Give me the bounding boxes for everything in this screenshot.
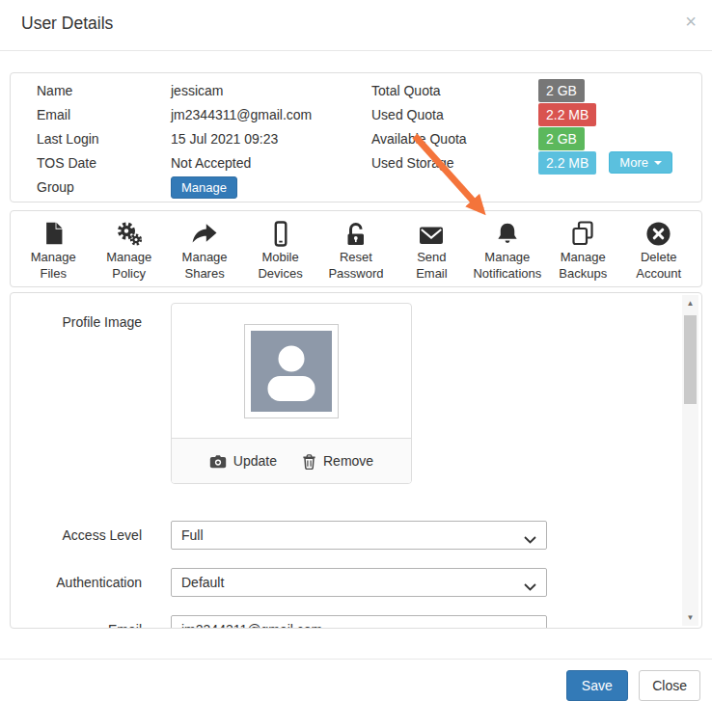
profile-image-label: Profile Image — [11, 303, 171, 484]
email-value: jm2344311@gmail.com — [171, 107, 312, 122]
close-icon[interactable]: × — [685, 12, 697, 31]
tos-date-value: Not Accepted — [171, 155, 251, 171]
user-details-form-panel: Profile Image — [10, 292, 702, 629]
avatar-actions: Update Remove — [172, 438, 411, 483]
authentication-row: Authentication Default — [11, 568, 701, 597]
info-row-used-quota: Used Quota 2.2 MB — [358, 102, 701, 126]
update-image-button[interactable]: Update — [209, 453, 277, 469]
file-icon — [41, 220, 65, 247]
email-label: Email — [11, 107, 171, 122]
user-info-panel: Name jessicam Email jm2344311@gmail.com … — [10, 72, 702, 202]
used-quota-badge: 2.2 MB — [538, 103, 596, 126]
info-row-group: Group Manage — [11, 175, 358, 200]
name-value: jessicam — [171, 83, 223, 98]
toolbar-item-delete-account[interactable]: DeleteAccount — [621, 220, 697, 286]
envelope-icon — [418, 220, 445, 247]
gears-icon — [116, 220, 143, 247]
unlock-icon — [342, 220, 370, 247]
info-row-total-quota: Total Quota 2 GB — [358, 78, 701, 102]
more-button[interactable]: More — [609, 151, 672, 174]
used-storage-badge: 2.2 MB — [538, 151, 596, 175]
available-quota-badge: 2 GB — [538, 127, 585, 150]
available-quota-label: Available Quota — [358, 131, 538, 147]
user-details-modal: User Details × Name jessicam Email jm234… — [0, 0, 712, 728]
modal-body: Name jessicam Email jm2344311@gmail.com … — [0, 51, 712, 629]
avatar-placeholder-image — [251, 331, 332, 412]
modal-footer: Save Close — [0, 660, 712, 712]
tos-date-label: TOS Date — [11, 155, 171, 171]
info-row-last-login: Last Login 15 Jul 2021 09:23 — [11, 126, 358, 150]
total-quota-badge: 2 GB — [538, 79, 585, 102]
toolbar-item-mobile-devices[interactable]: MobileDevices — [242, 220, 317, 286]
email-field-row: Email — [11, 615, 701, 629]
toolbar-item-manage-shares[interactable]: ManageShares — [167, 220, 242, 286]
info-row-tos-date: TOS Date Not Accepted — [11, 150, 358, 175]
used-quota-label: Used Quota — [358, 107, 538, 122]
page-title: User Details — [21, 13, 691, 34]
last-login-value: 15 Jul 2021 09:23 — [171, 131, 278, 147]
authentication-label: Authentication — [11, 568, 171, 597]
avatar-card: Update Remove — [171, 303, 412, 484]
scroll-up-arrow-icon[interactable]: ▲ — [682, 295, 698, 311]
caret-down-icon — [654, 161, 662, 165]
group-label: Group — [11, 179, 171, 195]
used-storage-label: Used Storage — [358, 155, 538, 171]
toolbar-item-manage-files[interactable]: ManageFiles — [15, 220, 91, 286]
camera-icon — [209, 454, 227, 469]
share-icon — [191, 220, 218, 247]
last-login-label: Last Login — [11, 131, 171, 147]
scrollbar-thumb[interactable] — [684, 315, 697, 404]
toolbar-item-reset-password[interactable]: ResetPassword — [318, 220, 394, 286]
copy-icon — [569, 220, 596, 247]
modal-header: User Details × — [0, 0, 712, 51]
avatar — [244, 324, 339, 418]
info-row-email: Email jm2344311@gmail.com — [11, 102, 358, 126]
access-level-select[interactable]: Full — [171, 521, 547, 550]
save-button[interactable]: Save — [566, 670, 628, 701]
user-actions-toolbar: ManageFiles ManagePolicy — [10, 210, 702, 287]
trash-icon — [302, 453, 316, 470]
toolbar-item-manage-notifications[interactable]: ManageNotifications — [470, 220, 545, 286]
manage-group-button[interactable]: Manage — [171, 176, 237, 199]
bell-icon — [495, 220, 520, 247]
email-field[interactable] — [171, 615, 547, 629]
info-left-column: Name jessicam Email jm2344311@gmail.com … — [11, 78, 358, 199]
close-button[interactable]: Close — [639, 670, 700, 701]
authentication-select[interactable]: Default — [171, 568, 547, 597]
info-right-column: Total Quota 2 GB Used Quota 2.2 MB Avail… — [358, 78, 701, 199]
email-field-label: Email — [11, 615, 171, 629]
name-label: Name — [11, 83, 171, 98]
remove-image-button[interactable]: Remove — [302, 453, 373, 470]
toolbar-item-manage-policy[interactable]: ManagePolicy — [91, 220, 166, 286]
access-level-row: Access Level Full — [11, 521, 701, 550]
info-row-used-storage: Used Storage 2.2 MB More — [358, 150, 701, 175]
toolbar-item-manage-backups[interactable]: ManageBackups — [545, 220, 620, 286]
scrollbar[interactable]: ▲ ▼ — [682, 295, 698, 626]
access-level-label: Access Level — [11, 521, 171, 550]
toolbar-item-send-email[interactable]: SendEmail — [394, 220, 469, 286]
mobile-icon — [267, 220, 294, 247]
delete-circle-icon — [645, 220, 671, 247]
total-quota-label: Total Quota — [358, 83, 538, 98]
info-row-available-quota: Available Quota 2 GB — [358, 126, 701, 150]
person-icon — [251, 331, 332, 412]
profile-image-row: Profile Image — [11, 303, 701, 484]
info-row-name: Name jessicam — [11, 78, 358, 102]
scroll-down-arrow-icon[interactable]: ▼ — [682, 609, 698, 626]
